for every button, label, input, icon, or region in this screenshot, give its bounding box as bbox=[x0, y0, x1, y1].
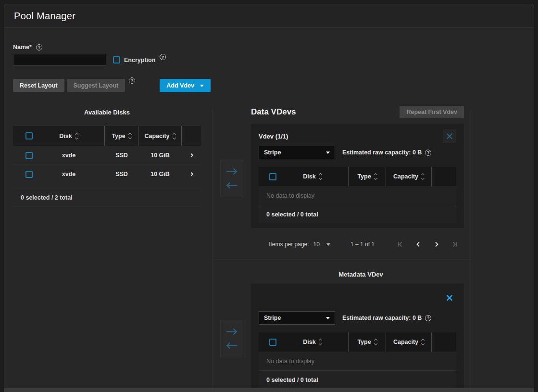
arrow-left-icon bbox=[225, 341, 238, 350]
disk-row[interactable]: xvde SSD 10 GiB bbox=[13, 164, 201, 183]
move-left-button[interactable] bbox=[225, 341, 238, 350]
chevron-down-icon bbox=[326, 152, 330, 154]
metadata-vdev-title: Metadata VDev bbox=[338, 271, 383, 278]
layout-type-select[interactable]: Stripe bbox=[259, 311, 335, 325]
available-disks-table: Disk Type bbox=[13, 126, 201, 207]
disk-capacity: 10 GiB bbox=[138, 165, 182, 183]
horizontal-scrollbar[interactable] bbox=[4, 388, 534, 392]
page-title: Pool Manager bbox=[14, 11, 75, 22]
sort-icon bbox=[422, 339, 424, 345]
column-header-capacity[interactable]: Capacity bbox=[393, 339, 424, 345]
next-page-button[interactable] bbox=[432, 240, 441, 249]
selection-summary: 0 selected / 2 total bbox=[13, 189, 201, 207]
close-icon[interactable]: × bbox=[443, 129, 456, 143]
first-page-icon bbox=[397, 241, 403, 248]
column-label: Disk bbox=[303, 173, 315, 180]
pool-name-input[interactable] bbox=[13, 54, 106, 66]
page-size-select[interactable]: 10 bbox=[313, 241, 330, 248]
expand-row-icon[interactable] bbox=[189, 172, 193, 176]
transfer-arrows bbox=[220, 160, 243, 197]
move-right-button[interactable] bbox=[225, 328, 238, 336]
last-page-button[interactable] bbox=[450, 240, 459, 249]
name-help-icon[interactable]: ? bbox=[36, 44, 42, 51]
suggest-layout-help-icon[interactable]: ? bbox=[129, 77, 135, 84]
column-label: Type bbox=[112, 133, 125, 139]
column-header-disk[interactable]: Disk bbox=[303, 339, 321, 345]
column-header-type[interactable]: Type bbox=[357, 173, 376, 180]
available-disks-title: Available Disks bbox=[13, 109, 201, 116]
data-vdev-row: Vdev (1/1) × Stripe Estimated raw capaci… bbox=[213, 124, 471, 228]
select-all-checkbox[interactable] bbox=[269, 339, 276, 346]
capacity-help-icon[interactable]: ? bbox=[425, 315, 431, 321]
page-backdrop: Pool Manager Name* ? Encryption ? Reset … bbox=[0, 0, 538, 392]
disk-type: SSD bbox=[105, 165, 138, 183]
close-icon[interactable]: × bbox=[443, 291, 456, 304]
page-range-label: 1 – 1 of 1 bbox=[350, 241, 375, 248]
content: Name* ? Encryption ? Reset Layout Sugges… bbox=[4, 44, 534, 392]
vdev-disks-table: Disk Type bbox=[259, 332, 456, 389]
empty-table-message: No data to display bbox=[259, 186, 456, 205]
column-header-type[interactable]: Type bbox=[357, 339, 376, 345]
expand-row-icon[interactable] bbox=[189, 153, 193, 157]
section-divider bbox=[213, 259, 471, 260]
disk-row[interactable]: xvde SSD 10 GiB bbox=[13, 146, 201, 164]
add-vdev-label: Add Vdev bbox=[166, 82, 194, 89]
layout-type-select[interactable]: Stripe bbox=[259, 146, 335, 159]
chevron-down-icon bbox=[326, 243, 330, 246]
move-right-button[interactable] bbox=[225, 167, 238, 176]
sort-icon bbox=[173, 133, 175, 139]
layout-type-value: Stripe bbox=[264, 315, 281, 321]
data-vdevs-header: Data VDevs Repeat First Vdev bbox=[213, 106, 471, 118]
column-label: Disk bbox=[59, 133, 72, 139]
sort-icon bbox=[375, 339, 377, 345]
capacity-help-icon[interactable]: ? bbox=[425, 150, 431, 156]
repeat-first-vdev-button[interactable]: Repeat First Vdev bbox=[400, 106, 464, 118]
encryption-label: Encryption bbox=[124, 57, 155, 63]
previous-page-button[interactable] bbox=[414, 240, 423, 249]
available-disks-section: Available Disks Disk bbox=[13, 109, 201, 207]
page-nav bbox=[396, 240, 459, 249]
vdev-counter: Vdev (1/1) bbox=[259, 133, 288, 140]
sort-icon bbox=[129, 133, 131, 139]
data-vdev-panel: Vdev (1/1) × Stripe Estimated raw capaci… bbox=[251, 124, 464, 228]
sort-icon bbox=[319, 339, 322, 345]
column-label: Capacity bbox=[393, 173, 418, 180]
column-header-disk[interactable]: Disk bbox=[303, 173, 321, 180]
table-header-row: Disk Type bbox=[259, 332, 456, 352]
empty-table-message: No data to display bbox=[259, 352, 456, 371]
row-checkbox[interactable] bbox=[25, 152, 33, 159]
add-vdev-button[interactable]: Add Vdev bbox=[160, 79, 211, 92]
encryption-checkbox[interactable] bbox=[113, 56, 120, 63]
selection-summary: 0 selected / 0 total bbox=[259, 371, 456, 389]
reset-layout-button[interactable]: Reset Layout bbox=[13, 79, 64, 92]
row-checkbox[interactable] bbox=[25, 171, 33, 178]
vdev-controls: Stripe Estimated raw capacity: 0 B ? bbox=[259, 311, 456, 325]
suggest-layout-button[interactable]: Suggest Layout bbox=[67, 79, 125, 92]
name-field-row: Name* ? bbox=[13, 44, 525, 51]
encryption-help-icon[interactable]: ? bbox=[160, 54, 166, 60]
layout-buttons-row: Reset Layout Suggest Layout ? Add Vdev bbox=[13, 79, 525, 92]
data-vdevs-title: Data VDevs bbox=[251, 107, 296, 117]
column-label: Type bbox=[357, 173, 371, 180]
column-header-capacity[interactable]: Capacity bbox=[393, 173, 424, 180]
column-header-disk[interactable]: Disk bbox=[59, 133, 77, 139]
move-left-button[interactable] bbox=[225, 181, 238, 190]
name-label: Name* bbox=[13, 44, 32, 51]
vdev-panel-header: × bbox=[259, 291, 456, 305]
select-all-checkbox[interactable] bbox=[25, 132, 33, 139]
vdev-region: Data VDevs Repeat First Vdev bbox=[212, 109, 471, 392]
metadata-vdev-panel: × Stripe Estimated raw capacity: 0 B ? bbox=[251, 284, 464, 392]
column-header-capacity[interactable]: Capacity bbox=[144, 133, 175, 139]
name-input-row: Encryption ? bbox=[13, 54, 525, 66]
table-header-row: Disk Type bbox=[259, 167, 456, 186]
select-all-checkbox[interactable] bbox=[269, 173, 276, 180]
column-label: Type bbox=[357, 339, 371, 345]
transfer-arrows-column bbox=[213, 284, 251, 357]
chevron-down-icon bbox=[200, 85, 204, 87]
disk-type: SSD bbox=[105, 146, 138, 164]
column-label: Capacity bbox=[393, 339, 418, 345]
first-page-button[interactable] bbox=[396, 240, 404, 249]
column-label: Disk bbox=[303, 339, 315, 345]
disk-name: xvde bbox=[62, 171, 76, 177]
column-header-type[interactable]: Type bbox=[112, 133, 131, 139]
